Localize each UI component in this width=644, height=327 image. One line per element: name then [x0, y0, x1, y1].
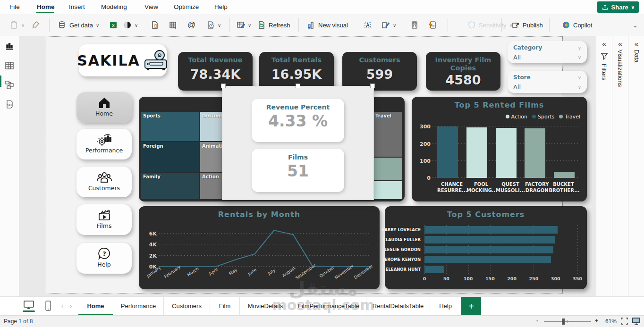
store-slicer[interactable]: Store∨ All∨ [508, 71, 587, 93]
rentals-by-month-visual[interactable]: Rentals by Month 0K2K4K6KJanuaryFebruary… [139, 206, 380, 289]
tab-performance[interactable]: Performance [113, 297, 164, 316]
legend-item-travel[interactable]: Travel [559, 114, 580, 120]
desktop-view-icon[interactable] [23, 300, 35, 312]
kpi-inventory-film-copies[interactable]: Inventory Film Copies 4580 [426, 52, 500, 91]
nav-films-button[interactable]: Films [76, 204, 132, 235]
resize-handle[interactable] [296, 84, 300, 88]
excel-workbook-icon[interactable]: x [107, 18, 120, 32]
quick-measure-button[interactable] [426, 18, 439, 32]
treemap-tile-Family[interactable]: Family [141, 173, 199, 199]
legend-item-action[interactable]: Action [506, 114, 527, 120]
view-switcher-rail: DAX [0, 36, 19, 296]
expand-pane-icon[interactable]: « [628, 40, 644, 48]
dax-query-view-icon[interactable]: DAX [4, 99, 15, 109]
legend-item-sports[interactable]: Sports [532, 114, 554, 120]
bar-jerome-kenyon[interactable] [424, 256, 551, 263]
prev-page-arrow[interactable]: ‹ [61, 302, 63, 310]
kpi-customers[interactable]: Customers 599 [342, 52, 417, 91]
menu-file[interactable]: File [7, 0, 23, 14]
treemap-tile-Travel[interactable]: Travel [373, 112, 402, 157]
new-visual-button[interactable]: New visual [305, 18, 350, 32]
x-axis-tick: 300 [551, 276, 560, 281]
slicer-value[interactable]: All [513, 84, 521, 91]
refresh-button[interactable]: Refresh [255, 18, 293, 32]
tab-help[interactable]: Help [430, 297, 461, 316]
menu-optimize[interactable]: Optimize [171, 0, 202, 14]
chevron-down-icon[interactable]: ∨ [578, 45, 581, 50]
paste-button[interactable]: ∨ [8, 18, 27, 32]
treemap-tile-unlabeled[interactable] [373, 181, 402, 199]
tab-film[interactable]: Film [210, 297, 240, 316]
collapse-ribbon-chevron[interactable]: ⌄ [630, 18, 640, 32]
share-button[interactable]: Share ∨ [597, 1, 639, 13]
nav-home-button[interactable]: Home [76, 92, 132, 123]
treemap-tile-unlabeled[interactable] [373, 158, 402, 180]
new-measure-button[interactable] [408, 18, 421, 32]
top-5-rented-films-visual[interactable]: Top 5 Rented Films ActionSportsTravel 01… [412, 97, 587, 201]
report-view-icon[interactable] [4, 42, 15, 52]
bar-eleanor-hunt[interactable] [424, 266, 444, 273]
recent-sources-icon[interactable]: ∨ [204, 18, 223, 32]
nav-customers-button[interactable]: Customers [76, 167, 132, 197]
publish-button[interactable]: Publish [509, 18, 545, 32]
new-page-button[interactable]: + [461, 297, 481, 316]
tab-moviedetails[interactable]: MovieDetails [240, 297, 291, 316]
chevron-down-icon[interactable]: ∨ [578, 84, 581, 90]
pane-label: Data [633, 50, 640, 62]
onelake-data-hub-icon[interactable]: ∨ [121, 18, 140, 32]
chevron-down-icon[interactable]: ∨ [578, 75, 581, 80]
slicer-value[interactable]: All [513, 54, 521, 61]
zoom-in-button[interactable]: + [595, 318, 598, 324]
dataverse-icon[interactable]: @ [185, 18, 198, 32]
report-page[interactable]: SAKILA Total Revenue 78.34K Total Rental… [46, 36, 563, 293]
transform-data-button[interactable]: ∨ [234, 18, 254, 32]
bar-fool[interactable] [466, 127, 487, 178]
expand-pane-icon[interactable]: « [596, 40, 612, 48]
menu-modeling[interactable]: Modeling [98, 0, 130, 14]
tab-home[interactable]: Home [78, 297, 113, 316]
table-view-icon[interactable] [4, 60, 15, 71]
expand-pane-icon[interactable]: « [612, 40, 628, 48]
sakila-logo-card[interactable]: SAKILA [79, 44, 167, 76]
nav-performance-button[interactable]: Performance [76, 129, 132, 159]
treemap-tile-Foreign[interactable]: Foreign [141, 142, 199, 172]
tab-customers[interactable]: Customers [164, 297, 210, 316]
zoom-out-button[interactable]: - [536, 318, 538, 324]
copilot-button[interactable]: Copilot [559, 18, 594, 32]
filters-pane[interactable]: « Filters [596, 36, 612, 296]
tab-rentaldetailstable[interactable]: RentalDetailsTable [366, 297, 430, 316]
format-painter-button[interactable] [29, 18, 42, 32]
bar-chance[interactable] [437, 126, 458, 178]
menu-help[interactable]: Help [212, 0, 230, 14]
visualizations-pane[interactable]: « Visualizations [612, 36, 628, 296]
bar-quest[interactable] [496, 128, 517, 178]
menu-view[interactable]: View [142, 0, 161, 14]
category-slicer[interactable]: Category∨ All∨ [508, 41, 587, 63]
model-view-icon[interactable] [4, 80, 15, 90]
resize-handle[interactable] [370, 84, 375, 88]
chevron-down-icon[interactable]: ∨ [578, 55, 581, 60]
bar-claudia-fuller[interactable] [424, 236, 555, 243]
zoom-slider-handle[interactable] [562, 319, 565, 325]
menu-insert[interactable]: Insert [66, 0, 88, 14]
mobile-view-icon[interactable] [45, 301, 51, 311]
more-visuals-button[interactable]: ∨ [379, 18, 398, 32]
bar-barry-lovelace[interactable] [424, 226, 558, 234]
resize-handle[interactable] [221, 84, 226, 88]
get-data-button[interactable]: Get data∨ [56, 18, 102, 32]
next-page-arrow[interactable]: › [70, 302, 72, 310]
details-popup[interactable]: Revenue Percent 4.33 % Films 51 [222, 86, 374, 200]
kpi-total-revenue[interactable]: Total Revenue 78.34K [178, 52, 253, 91]
tab-filmperformancetable[interactable]: FilmPerformanceTable [291, 297, 366, 316]
bar-leslie-gordon[interactable] [424, 246, 553, 253]
data-pane[interactable]: « Data [628, 36, 644, 296]
fit-to-page-icon[interactable] [620, 317, 628, 325]
bar-bucket[interactable] [554, 172, 575, 178]
text-box-button[interactable]: A [361, 18, 374, 32]
top-5-customers-visual[interactable]: Top 5 Customers 050100150200250300350BAR… [385, 206, 587, 289]
bar-factory[interactable] [525, 128, 545, 178]
enter-data-icon[interactable] [166, 18, 179, 32]
sql-server-icon[interactable] [148, 18, 161, 32]
treemap-tile-Sports[interactable]: Sports [141, 112, 199, 141]
nav-help-button[interactable]: ? Help [76, 243, 132, 274]
